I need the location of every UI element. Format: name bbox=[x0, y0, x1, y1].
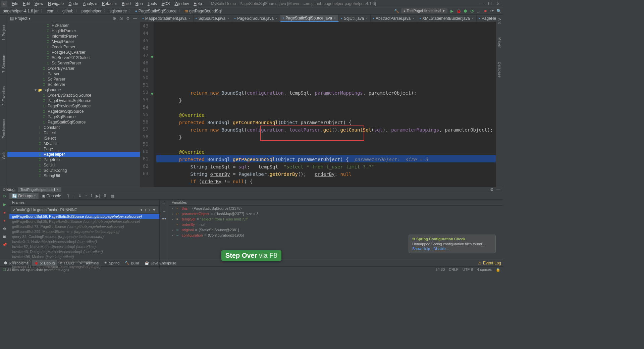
tree-item[interactable]: CStringUtil bbox=[7, 173, 140, 179]
editor-tab[interactable]: PageHelper.java× bbox=[477, 15, 496, 22]
tree-item[interactable]: CMysqlParser bbox=[7, 39, 140, 44]
toolstrip-button[interactable]: ⬢6: Problems bbox=[2, 260, 31, 266]
tree-item[interactable]: IConstant bbox=[7, 125, 140, 130]
menu-view[interactable]: View bbox=[32, 1, 46, 7]
rail-maven[interactable]: Maven bbox=[498, 37, 502, 48]
project-view-select[interactable]: ▤ Project ▾ bbox=[10, 16, 31, 21]
editor-tab[interactable]: PageSqlSource.java× bbox=[232, 15, 280, 22]
toolstrip-button[interactable]: ❀Spring bbox=[102, 260, 121, 266]
variable-row[interactable]: ›PparameterObject = {HashMap@2377} size … bbox=[169, 211, 503, 216]
menu-edit[interactable]: Edit bbox=[20, 1, 32, 7]
menu-refactor[interactable]: Refactor bbox=[100, 1, 119, 7]
tree-item[interactable]: CPageRawSqlSource bbox=[7, 109, 140, 114]
tree-item[interactable]: CHsqldbParser bbox=[7, 28, 140, 34]
crumb-pkg[interactable]: sqlsource bbox=[109, 9, 127, 13]
tree-item[interactable]: CSqlServer bbox=[7, 82, 140, 87]
crumb-method[interactable]: getPageBoundSql bbox=[184, 9, 222, 13]
drop-frame-icon[interactable]: ⤴ bbox=[90, 194, 92, 198]
remove-watch-icon[interactable]: − bbox=[163, 209, 165, 214]
notif-disable-link[interactable]: Disable... bbox=[433, 247, 449, 251]
minimize-icon[interactable]: — bbox=[479, 1, 483, 6]
trace-icon[interactable]: ▦ bbox=[111, 194, 114, 198]
tree-item[interactable]: CSqlServerParser bbox=[7, 60, 140, 66]
hide-icon[interactable]: — bbox=[133, 16, 137, 21]
locate-icon[interactable]: ⊕ bbox=[113, 16, 116, 21]
toolstrip-button[interactable]: ☕Java Enterprise bbox=[143, 260, 178, 266]
stack-frame[interactable]: invoke:62, NativeMethodAccessorImpl(sun.… bbox=[9, 244, 159, 249]
editor-tab[interactable]: SqlUtil.java× bbox=[339, 15, 371, 22]
tree-item[interactable]: CPageProviderSqlSource bbox=[7, 103, 140, 109]
tree-item[interactable]: ▾📁sqlsource bbox=[7, 87, 140, 93]
run-config[interactable]: ▸ TestPageHelper.test1 ▾ bbox=[401, 8, 448, 13]
stop-debug-icon[interactable]: ■ bbox=[2, 210, 7, 215]
tree-item[interactable]: CSqlParser bbox=[7, 77, 140, 82]
caret-position[interactable]: 54:30 bbox=[436, 267, 445, 272]
stack-frame[interactable]: getPageBoundSql:35, PageRawSqlSource(com… bbox=[9, 219, 159, 224]
rerun-icon[interactable]: ↻ bbox=[2, 194, 7, 199]
editor-tab[interactable]: SqlSource.java× bbox=[194, 15, 232, 22]
minimize-panel-icon[interactable]: — bbox=[496, 187, 500, 192]
event-log-button[interactable]: ⚠ Event Log bbox=[478, 261, 501, 265]
stack-frame[interactable]: invoke0:-1, NativeMethodAccessorImpl(sun… bbox=[9, 239, 159, 244]
menu-run[interactable]: Run bbox=[133, 1, 145, 7]
resume-icon[interactable]: ▶ bbox=[2, 202, 7, 207]
menu-navigate[interactable]: Navigate bbox=[46, 1, 66, 7]
tree-item[interactable]: COracleParser bbox=[7, 44, 140, 50]
tree-item[interactable]: CPageInfo bbox=[7, 157, 140, 162]
coverage-icon[interactable]: ⬢ bbox=[463, 9, 468, 13]
filter-icon[interactable]: ▼ bbox=[152, 208, 156, 212]
debugger-tab[interactable]: 🔄 Debugger bbox=[9, 193, 39, 199]
rail-web[interactable]: Web bbox=[2, 152, 6, 159]
variable-row[interactable]: ›≡tempSql = "select * from t_user limit … bbox=[169, 216, 503, 222]
editor-tab[interactable]: AbstractParser.java× bbox=[371, 15, 417, 22]
thread-select[interactable]: ✓ "main"@1 in group "main": RUNNING ▾↑↓▼ bbox=[11, 206, 158, 213]
notification[interactable]: ✿ Spring Configuration Check Unmapped Sp… bbox=[409, 235, 496, 253]
search-icon[interactable]: 🔍 bbox=[496, 9, 501, 13]
gutter[interactable]: 43444546●4748495051●52535455565758596061… bbox=[140, 22, 154, 187]
toolstrip-button[interactable]: ≡TODO bbox=[58, 260, 76, 266]
stack-frame[interactable]: getBoundSql:73, PageSqlSource(com.github… bbox=[9, 224, 159, 229]
rail-structure[interactable]: 7: Structure bbox=[2, 54, 6, 73]
menu-vcs[interactable]: VCS bbox=[159, 1, 172, 7]
tree-item[interactable]: CPageHelper bbox=[7, 152, 140, 157]
watches-icon[interactable]: 👓 bbox=[162, 216, 167, 221]
crumb-pkg[interactable]: github bbox=[62, 9, 74, 13]
menu-analyze[interactable]: Analyze bbox=[80, 1, 100, 7]
stack-frame[interactable]: query:82, CachingExecutor(org.apache.iba… bbox=[9, 234, 159, 239]
tree-item[interactable]: CPageDynamicSqlSource bbox=[7, 98, 140, 103]
stack-frame[interactable]: invoke:43, DelegatingMethodAccessorImpl(… bbox=[9, 249, 159, 254]
close-icon[interactable]: ✕ bbox=[496, 1, 500, 6]
stop-icon[interactable]: ■ bbox=[483, 9, 488, 13]
debug-session-tab[interactable]: TestPageHelper.test1 × bbox=[18, 187, 61, 192]
menu-file[interactable]: File bbox=[9, 1, 20, 7]
run-cursor-icon[interactable]: ▶| bbox=[96, 194, 100, 198]
rail-favorites[interactable]: 2: Favorites bbox=[2, 86, 6, 105]
attach-icon[interactable]: … bbox=[476, 9, 481, 13]
build-icon[interactable]: 🔨 bbox=[394, 9, 399, 13]
rail-ant[interactable]: Ant bbox=[498, 18, 502, 24]
tree-item[interactable]: CSqlUtilConfig bbox=[7, 168, 140, 173]
force-step-icon[interactable]: ⇓ bbox=[78, 194, 82, 198]
breakpoints-icon[interactable]: ● bbox=[2, 218, 7, 223]
rail-database[interactable]: Database bbox=[498, 62, 502, 78]
debug-icon[interactable]: 🐞 bbox=[456, 9, 461, 13]
mute-bp-icon[interactable]: ⊘ bbox=[2, 226, 7, 231]
variable-row[interactable]: ≡orderBy = null bbox=[169, 222, 503, 227]
tree-item[interactable]: CH2Parser bbox=[7, 23, 140, 28]
editor-tab[interactable]: XMLStatementBuilder.java× bbox=[417, 15, 477, 22]
crumb-pkg[interactable]: com bbox=[46, 9, 55, 13]
settings-icon[interactable]: ⚙ bbox=[126, 16, 130, 21]
gear-icon[interactable]: ⚙ bbox=[490, 187, 494, 192]
next-frame-icon[interactable]: ↓ bbox=[149, 208, 151, 212]
collapse-icon[interactable]: ⇲ bbox=[119, 16, 123, 21]
variable-row[interactable]: ›∞original = {StaticSqlSource@2381} bbox=[169, 227, 503, 233]
step-out-icon[interactable]: ↑ bbox=[85, 194, 87, 198]
notif-help-link[interactable]: Show Help bbox=[412, 247, 430, 251]
tree-item[interactable]: IDialect bbox=[7, 130, 140, 136]
tree-item[interactable]: COrderByStaticSqlSource bbox=[7, 93, 140, 98]
toolstrip-button[interactable]: 🔨Build bbox=[123, 260, 141, 266]
editor-tab[interactable]: MappedStatement.java× bbox=[140, 15, 194, 22]
project-tree[interactable]: CH2ParserCHsqldbParserCInformixParserCMy… bbox=[7, 22, 140, 187]
rail-project[interactable]: 1: Project bbox=[2, 25, 6, 40]
prev-frame-icon[interactable]: ↑ bbox=[145, 208, 147, 212]
